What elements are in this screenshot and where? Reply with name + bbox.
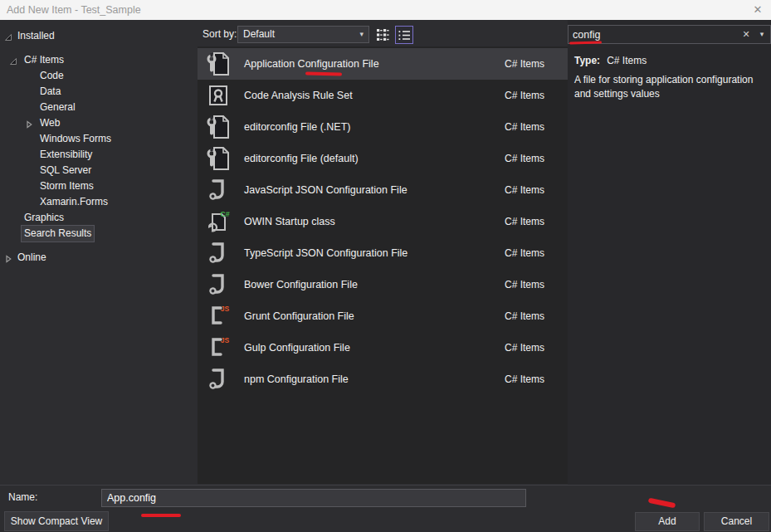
cancel-button[interactable]: Cancel xyxy=(704,512,769,531)
tree-item-web[interactable]: Web xyxy=(0,115,198,130)
name-input[interactable] xyxy=(101,489,526,507)
tree-item-extensibility[interactable]: Extensibility xyxy=(0,146,198,162)
tree-item-label: Data xyxy=(37,83,64,100)
tree-item-label: SQL Server xyxy=(37,162,95,179)
svg-text:JS: JS xyxy=(221,305,230,313)
tree-item-c-items[interactable]: C# Items xyxy=(0,51,198,67)
list-item-bower-configuration-file[interactable]: Bower Configuration FileC# Items xyxy=(198,269,568,300)
tree-item-sql-server[interactable]: SQL Server xyxy=(0,162,198,178)
tree-item-label: General xyxy=(37,99,79,116)
type-row: Type:C# Items xyxy=(574,55,647,66)
list-item-name: editorconfig File (default) xyxy=(244,143,359,174)
list-item-name: npm Configuration File xyxy=(244,364,349,395)
sort-by-label: Sort by: xyxy=(203,28,237,40)
show-compact-view-button[interactable]: Show Compact View xyxy=(4,511,109,531)
list-item-name: JavaScript JSON Configuration File xyxy=(244,174,407,206)
add-new-item-dialog: Add New Item - Test_Sample ✕ InstalledC#… xyxy=(0,0,771,532)
tree-item-xamarin-forms[interactable]: Xamarin.Forms xyxy=(0,193,198,209)
type-label: Type: xyxy=(574,55,600,66)
add-button[interactable]: Add xyxy=(635,512,700,531)
list-item-name: Gulp Configuration File xyxy=(244,332,350,364)
search-history-chevron-icon[interactable]: ▾ xyxy=(757,26,767,43)
dialog-title: Add New Item - Test_Sample xyxy=(7,0,141,20)
small-icons-view-button[interactable] xyxy=(373,26,392,44)
list-item-category: C# Items xyxy=(505,300,544,332)
json-file-icon xyxy=(204,176,232,204)
tree-item-label: Storm Items xyxy=(37,178,97,195)
list-item-category: C# Items xyxy=(505,332,544,364)
grid-view-icon xyxy=(376,28,390,41)
list-item-category: C# Items xyxy=(505,80,544,111)
red-annotation-name-input xyxy=(141,514,181,517)
tree-item-label: Graphics xyxy=(21,209,67,227)
config-file-icon xyxy=(204,144,232,173)
list-view-button[interactable] xyxy=(395,26,413,44)
tree-item-windows-forms[interactable]: Windows Forms xyxy=(0,130,198,146)
sort-by-value: Default xyxy=(243,28,275,40)
list-item-name: editorconfig File (.NET) xyxy=(244,111,351,143)
tree-item-label: Installed xyxy=(14,27,58,45)
type-value: C# Items xyxy=(607,55,647,66)
list-item-npm-configuration-file[interactable]: npm Configuration FileC# Items xyxy=(198,364,568,395)
search-clear-icon[interactable]: ✕ xyxy=(739,26,753,43)
list-item-code-analysis-rule-set[interactable]: Code Analysis Rule SetC# Items xyxy=(198,80,568,111)
svg-text:JS: JS xyxy=(221,336,230,344)
list-item-category: C# Items xyxy=(505,237,544,269)
tree-item-online[interactable]: Online xyxy=(0,249,198,265)
tree-item-data[interactable]: Data xyxy=(0,83,198,99)
collapsed-triangle-icon[interactable] xyxy=(4,252,12,261)
config-file-icon xyxy=(204,113,232,141)
name-label: Name: xyxy=(8,491,37,503)
tree-item-label: Extensibility xyxy=(37,146,95,164)
list-item-owin-startup-class[interactable]: C#OWIN Startup classC# Items xyxy=(198,206,568,237)
tree-item-installed[interactable]: Installed xyxy=(0,27,198,43)
list-item-grunt-configuration-file[interactable]: JSGrunt Configuration FileC# Items xyxy=(198,300,568,332)
item-description: A file for storing application configura… xyxy=(574,73,767,101)
collapsed-triangle-icon[interactable] xyxy=(25,118,33,126)
rule-set-icon xyxy=(204,81,232,110)
list-item-category: C# Items xyxy=(505,143,544,174)
tree-item-label: Code xyxy=(37,67,67,85)
json-file-icon xyxy=(204,365,232,393)
js-file-icon: JS xyxy=(204,334,232,362)
list-item-name: Grunt Configuration File xyxy=(244,300,354,332)
chevron-down-icon: ▾ xyxy=(359,27,364,42)
expanded-triangle-icon[interactable] xyxy=(9,55,17,63)
category-tree: InstalledC# ItemsCodeDataGeneralWebWindo… xyxy=(0,20,198,265)
tree-item-graphics[interactable]: Graphics xyxy=(0,209,198,225)
list-item-gulp-configuration-file[interactable]: JSGulp Configuration FileC# Items xyxy=(198,332,568,364)
tree-item-general[interactable]: General xyxy=(0,99,198,115)
tree-item-storm-items[interactable]: Storm Items xyxy=(0,178,198,193)
tree-item-label: Web xyxy=(37,115,63,132)
close-icon[interactable]: ✕ xyxy=(749,0,766,20)
tree-item-label: Search Results xyxy=(21,225,95,242)
svg-text:C#: C# xyxy=(220,210,230,218)
list-item-name: Bower Configuration File xyxy=(244,269,358,300)
json-file-icon xyxy=(204,239,232,267)
titlebar: Add New Item - Test_Sample ✕ xyxy=(0,0,771,20)
template-list: Application Configuration FileC# ItemsCo… xyxy=(198,46,568,395)
list-view-icon xyxy=(398,30,411,41)
list-item-category: C# Items xyxy=(505,111,544,143)
sort-by-dropdown[interactable]: Default ▾ xyxy=(237,26,369,43)
tree-item-label: C# Items xyxy=(21,51,67,69)
list-item-category: C# Items xyxy=(505,364,544,395)
list-item-name: Code Analysis Rule Set xyxy=(244,80,353,111)
list-item-typescript-json-configuration-file[interactable]: TypeScript JSON Configuration FileC# Ite… xyxy=(198,237,568,269)
list-item-editorconfig-file-default[interactable]: editorconfig File (default)C# Items xyxy=(198,143,568,174)
expanded-triangle-icon[interactable] xyxy=(4,31,12,39)
list-item-editorconfig-file-net[interactable]: editorconfig File (.NET)C# Items xyxy=(198,111,568,143)
tree-item-search-results[interactable]: Search Results xyxy=(0,225,198,241)
config-file-icon xyxy=(204,50,232,78)
tree-item-code[interactable]: Code xyxy=(0,67,198,83)
list-item-name: OWIN Startup class xyxy=(244,206,335,237)
list-item-category: C# Items xyxy=(505,174,544,206)
list-item-category: C# Items xyxy=(505,269,544,300)
list-item-category: C# Items xyxy=(505,206,544,237)
list-item-javascript-json-configuration-file[interactable]: JavaScript JSON Configuration FileC# Ite… xyxy=(198,174,568,206)
js-file-icon: JS xyxy=(204,302,232,330)
list-item-application-configuration-file[interactable]: Application Configuration FileC# Items xyxy=(198,48,568,80)
list-item-name: TypeScript JSON Configuration File xyxy=(244,237,407,269)
json-file-icon xyxy=(204,271,232,299)
tree-item-label: Windows Forms xyxy=(37,130,115,148)
